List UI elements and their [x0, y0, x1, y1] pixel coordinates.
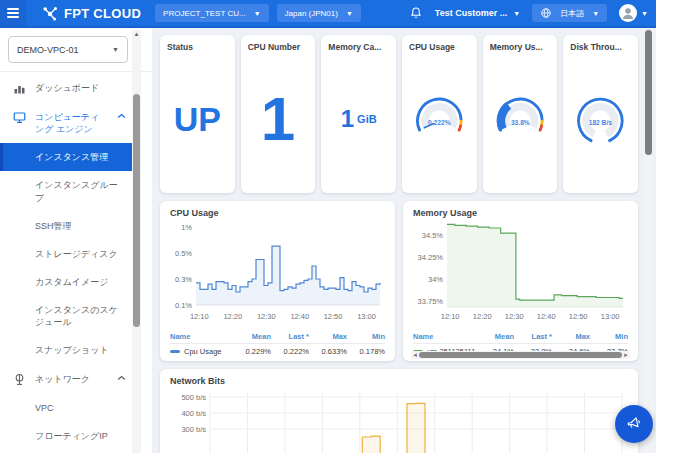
x-axis-tick: 12:30	[505, 312, 524, 321]
sidebar-item-インスタンス管理[interactable]: インスタンス管理	[0, 143, 132, 171]
stat-value: 1	[341, 105, 354, 133]
gauge-value: 0.222%	[428, 119, 451, 126]
sidebar-item-インスタンスグループ[interactable]: インスタンスグループ	[0, 171, 132, 211]
legend-header-cell: Max	[309, 332, 347, 341]
sidebar-item-ネットワーク[interactable]: ネットワーク	[0, 365, 132, 394]
legend-horizontal-scrollbar[interactable]: ◄►	[411, 351, 630, 359]
legend-header-cell: Mean	[233, 332, 271, 341]
stat-card-body: 0.222%	[409, 52, 470, 186]
legend-header-cell: Min	[347, 332, 385, 341]
logo-text: FPT CLOUD	[64, 6, 141, 21]
chart-title: Memory Usage	[413, 208, 628, 218]
main-content: StatusUPCPU Number1Memory Ca...1GiBCPU U…	[152, 28, 656, 453]
app-window: FPT CLOUD PROJECT_TEST CU... ▼ Japan (JP…	[0, 0, 656, 455]
legend-header-cell: Name	[170, 332, 233, 341]
megaphone-icon	[623, 413, 644, 434]
customer-menu-label: Test Customer ...	[435, 8, 507, 18]
sidebar-item-セキュリティグループ[interactable]: セキュリティグループ	[0, 450, 132, 455]
x-axis-tick: 12:40	[537, 312, 556, 321]
y-axis-tick: 300 b/s	[181, 425, 206, 434]
scroll-left-arrow-icon[interactable]: ◄	[411, 351, 419, 359]
legend-header: NameMeanLast *MaxMin	[413, 332, 628, 341]
gauge-Memory Us...: 33.8%	[490, 90, 551, 148]
stat-card-body: UP	[167, 52, 228, 186]
horizontal-scrollbar-thumb[interactable]	[419, 352, 622, 358]
region-selector[interactable]: Japan (JPN01) ▼	[277, 4, 361, 22]
chevron-down-icon: ▼	[346, 10, 353, 17]
account-menu[interactable]: ▼	[619, 4, 648, 22]
sidebar-item-label: ダッシュボード	[35, 82, 99, 94]
sidebar-item-SSH管理[interactable]: SSH管理	[0, 212, 132, 240]
bell-icon	[409, 6, 423, 20]
hamburger-menu-button[interactable]	[0, 0, 26, 26]
gauge-value: 33.8%	[511, 119, 530, 126]
customer-menu[interactable]: Test Customer ... ▼	[435, 8, 520, 18]
notifications-button[interactable]	[409, 6, 423, 20]
chevron-down-icon: ▼	[112, 46, 119, 53]
stat-card-body: 182 B/s	[570, 52, 631, 186]
cpu-usage-chart-card: CPU Usage1%0.5%0.3%0.1%12:1012:2012:3012…	[160, 201, 395, 361]
legend-header-cell: Max	[552, 332, 590, 341]
sidebar-item-label: フローティングIP	[35, 431, 108, 441]
stat-card-body: 1	[248, 52, 309, 186]
y-axis-tick: 0.1%	[175, 301, 192, 310]
sidebar-item-コンピューティング エンジン[interactable]: コンピューティング エンジン	[0, 103, 132, 143]
fpt-cloud-logo: FPT CLOUD	[42, 5, 141, 22]
sidebar-item-ダッシュボード[interactable]: ダッシュボード	[0, 74, 132, 103]
stat-card-body: 33.8%	[490, 52, 551, 186]
y-axis-tick: 1%	[181, 223, 192, 232]
memory-usage-chart-card: Memory Usage34.5%34.25%34%33.75%12:1012:…	[403, 201, 638, 361]
main-scrollbar[interactable]	[644, 30, 653, 453]
sidebar-scrollbar[interactable]: ▲	[132, 30, 141, 453]
sidebar-item-label: スナップショット	[35, 345, 109, 355]
app-body: DEMO-VPC-01 ▼ ダッシュボードコンピューティング エンジンインスタン…	[0, 28, 656, 453]
legend-value: 0.222%	[271, 347, 309, 356]
stat-card-title: CPU Number	[248, 42, 309, 52]
top-navbar: FPT CLOUD PROJECT_TEST CU... ▼ Japan (JP…	[0, 0, 656, 28]
navbar-right: Test Customer ... ▼ 日本語 ▼	[409, 4, 648, 22]
stat-unit: GiB	[357, 113, 377, 125]
announcements-fab[interactable]	[615, 405, 653, 443]
memory-chart: 34.5%34.25%34%33.75%12:1012:2012:3012:40…	[413, 219, 628, 327]
vpc-selector[interactable]: DEMO-VPC-01 ▼	[8, 36, 128, 63]
sidebar-item-VPC[interactable]: VPC	[0, 394, 132, 422]
x-axis-tick: 12:20	[473, 312, 492, 321]
x-axis-tick: 13:00	[601, 312, 620, 321]
sidebar-item-スナップショット[interactable]: スナップショット	[0, 336, 132, 364]
scroll-up-arrow-icon[interactable]: ▲	[132, 30, 141, 38]
chevron-up-icon	[117, 113, 126, 119]
vpc-selector-label: DEMO-VPC-01	[17, 45, 79, 55]
x-axis-tick: 12:10	[441, 312, 460, 321]
stat-card-title: Disk Throu...	[570, 42, 631, 52]
x-axis-tick: 12:30	[257, 312, 276, 321]
main-scrollbar-thumb[interactable]	[645, 30, 652, 155]
sidebar-item-label: インスタンスのスケジュール	[35, 305, 118, 327]
y-axis-tick: 33.75%	[418, 297, 444, 306]
region-selector-label: Japan (JPN01)	[285, 9, 338, 18]
monitor-icon	[13, 111, 26, 124]
network-chart: 500 b/s400 b/s300 b/s	[170, 387, 628, 453]
legend-header-cell: Min	[590, 332, 628, 341]
sidebar-item-カスタムイメージ[interactable]: カスタムイメージ	[0, 268, 132, 296]
project-selector[interactable]: PROJECT_TEST CU... ▼	[155, 4, 268, 22]
sidebar-item-ストレージディスク[interactable]: ストレージディスク	[0, 240, 132, 268]
network-bits-chart-card: Network Bits500 b/s400 b/s300 b/s	[160, 369, 638, 453]
charts-row: CPU Usage1%0.5%0.3%0.1%12:1012:2012:3012…	[160, 201, 638, 361]
stat-cards-row: StatusUPCPU Number1Memory Ca...1GiBCPU U…	[160, 35, 638, 193]
y-axis-tick: 500 b/s	[181, 393, 206, 402]
legend-row[interactable]: Cpu Usage0.229%0.222%0.633%0.178%	[170, 343, 385, 356]
sidebar-item-インスタンスのスケジュール[interactable]: インスタンスのスケジュール	[0, 296, 132, 336]
language-selector[interactable]: 日本語 ▼	[532, 4, 607, 22]
language-selector-label: 日本語	[560, 8, 584, 19]
user-icon	[619, 4, 637, 22]
x-axis-tick: 12:40	[290, 312, 309, 321]
legend-header-cell: Last *	[271, 332, 309, 341]
sidebar-item-フローティングIP[interactable]: フローティングIP	[0, 422, 132, 450]
stat-card-Memory Ca...: Memory Ca...1GiB	[321, 35, 396, 193]
sidebar-item-label: インスタンスグループ	[35, 180, 118, 202]
sidebar-scrollbar-thumb[interactable]	[133, 94, 140, 327]
sidebar-item-label: インスタンス管理	[35, 152, 108, 162]
legend-header-cell: Mean	[476, 332, 514, 341]
scroll-right-arrow-icon[interactable]: ►	[622, 351, 630, 359]
sidebar-menu: ダッシュボードコンピューティング エンジンインスタンス管理インスタンスグループS…	[0, 74, 132, 455]
